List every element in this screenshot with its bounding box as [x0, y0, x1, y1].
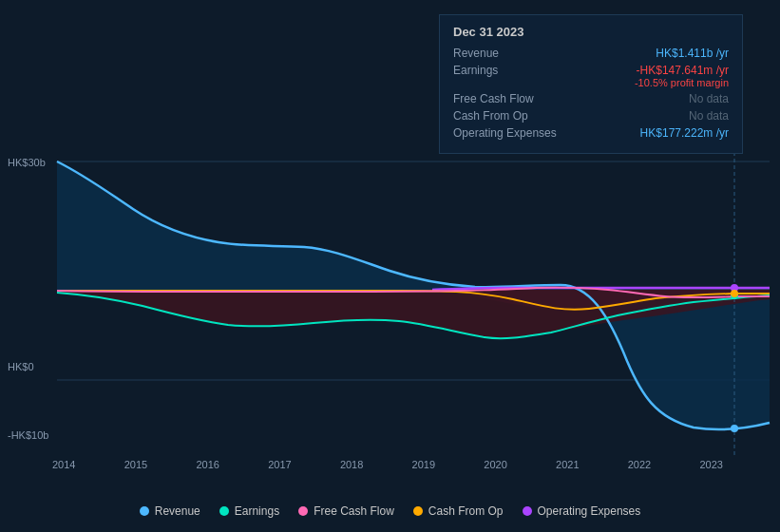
tooltip-label-fcf: Free Cash Flow [453, 92, 567, 105]
legend-dot-fcf [298, 506, 308, 516]
tooltip-value-cashfromop: No data [689, 109, 729, 123]
tooltip-value-fcf: No data [689, 92, 729, 105]
x-label-2023: 2023 [699, 459, 722, 470]
chart-svg [0, 152, 780, 456]
tooltip-label-revenue: Revenue [453, 47, 567, 60]
legend-dot-opex [523, 506, 532, 516]
legend: Revenue Earnings Free Cash Flow Cash Fro… [0, 504, 780, 518]
tooltip-value-revenue: HK$1.411b /yr [656, 47, 729, 60]
tooltip-row-fcf: Free Cash Flow No data [453, 92, 729, 105]
x-label-2022: 2022 [628, 459, 651, 470]
x-label-2019: 2019 [412, 459, 435, 470]
tooltip-title: Dec 31 2023 [453, 25, 729, 39]
x-label-2016: 2016 [196, 459, 219, 470]
tooltip-label-earnings: Earnings [453, 64, 567, 77]
chart-container: Dec 31 2023 Revenue HK$1.411b /yr Earnin… [0, 0, 780, 532]
x-label-2021: 2021 [556, 459, 579, 470]
legend-item-fcf[interactable]: Free Cash Flow [298, 504, 394, 518]
x-label-2020: 2020 [484, 459, 506, 470]
tooltip-row-cashfromop: Cash From Op No data [453, 109, 729, 123]
legend-item-earnings[interactable]: Earnings [219, 504, 279, 518]
x-label-2014: 2014 [52, 459, 75, 470]
tooltip-label-opex: Operating Expenses [453, 126, 567, 140]
legend-item-cashfromop[interactable]: Cash From Op [413, 504, 504, 518]
legend-dot-earnings [219, 506, 229, 516]
legend-item-revenue[interactable]: Revenue [140, 504, 200, 518]
tooltip-row-opex: Operating Expenses HK$177.222m /yr [453, 126, 729, 140]
tooltip-label-cashfromop: Cash From Op [453, 109, 567, 123]
tooltip-row-revenue: Revenue HK$1.411b /yr [453, 47, 729, 60]
legend-label-revenue: Revenue [155, 504, 200, 518]
svg-point-7 [731, 290, 738, 297]
x-label-2017: 2017 [268, 459, 291, 470]
tooltip-subvalue-margin: -10.5% profit margin [635, 77, 729, 88]
legend-dot-revenue [140, 506, 149, 516]
legend-label-cashfromop: Cash From Op [428, 504, 504, 518]
x-label-2018: 2018 [340, 459, 363, 470]
tooltip-value-earnings: -HK$147.641m /yr -10.5% profit margin [635, 64, 729, 88]
legend-label-opex: Operating Expenses [538, 504, 641, 518]
tooltip-row-earnings: Earnings -HK$147.641m /yr -10.5% profit … [453, 64, 729, 88]
legend-label-earnings: Earnings [235, 504, 279, 518]
legend-item-opex[interactable]: Operating Expenses [523, 504, 641, 518]
legend-dot-cashfromop [413, 506, 423, 516]
tooltip-value-opex: HK$177.222m /yr [640, 126, 729, 140]
tooltip-box: Dec 31 2023 Revenue HK$1.411b /yr Earnin… [439, 14, 743, 154]
legend-label-fcf: Free Cash Flow [314, 504, 394, 518]
svg-point-4 [731, 425, 738, 432]
x-label-2015: 2015 [124, 459, 147, 470]
